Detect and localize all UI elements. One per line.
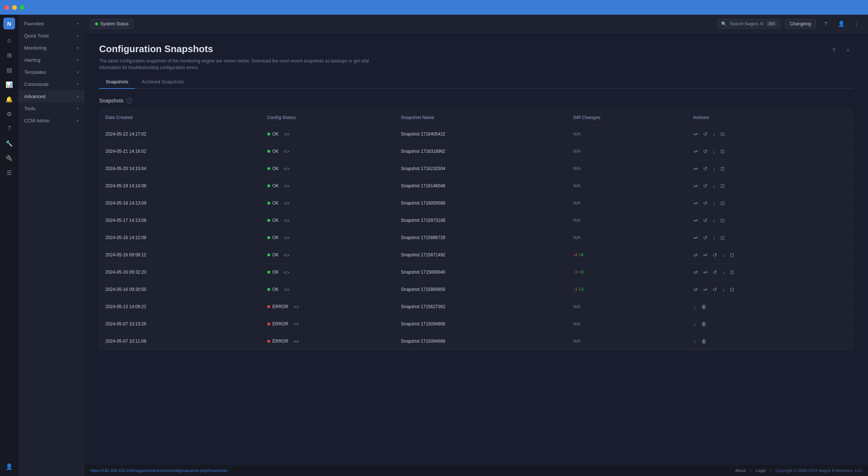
archive-icon-8[interactable]: ⊡: [729, 268, 735, 276]
sidebar-item-quick-tools[interactable]: Quick Tools ▾: [18, 30, 84, 42]
compare-icon-0[interactable]: ⇌: [693, 130, 699, 138]
sidebar-item-templates[interactable]: Templates ▾: [18, 66, 84, 78]
restore-icon-8[interactable]: ↺: [712, 268, 718, 276]
system-status-badge[interactable]: System Status: [90, 19, 133, 29]
download-icon-1[interactable]: ↓: [712, 148, 716, 155]
help-icon[interactable]: ?: [820, 18, 831, 29]
sidebar-item-tools[interactable]: Tools ▾: [18, 102, 84, 115]
compare-icon-5[interactable]: ⇌: [693, 217, 699, 224]
plugin-icon[interactable]: 🔌: [3, 151, 16, 165]
restore-icon-2[interactable]: ↺: [702, 165, 708, 172]
download-icon-12[interactable]: ↓: [693, 338, 697, 345]
user-icon[interactable]: 👤: [3, 460, 16, 473]
user-account-icon[interactable]: 👤: [836, 18, 847, 29]
code-icon-9[interactable]: <>: [284, 287, 289, 292]
code-icon-6[interactable]: <>: [284, 235, 289, 241]
page-help-button[interactable]: ?: [828, 45, 839, 56]
archive-icon-3[interactable]: ⊡: [720, 182, 726, 190]
restore-icon-1[interactable]: ↺: [702, 148, 708, 155]
delete-icon-11[interactable]: 🗑: [701, 320, 707, 328]
footer-about-link[interactable]: About: [735, 468, 746, 473]
restore-icon-6[interactable]: ↺: [702, 234, 708, 241]
download-icon-6[interactable]: ↓: [712, 234, 716, 241]
cell-date-8: 2024-05-16 09:32:20: [100, 264, 261, 281]
restore-icon-0[interactable]: ↺: [702, 130, 708, 138]
home-icon[interactable]: ⌂: [3, 34, 16, 47]
tab-snapshots[interactable]: Snapshots: [99, 75, 135, 89]
download-icon-10[interactable]: ↓: [693, 303, 697, 310]
download-icon-4[interactable]: ↓: [712, 199, 716, 207]
code-icon-7[interactable]: <>: [284, 252, 289, 258]
code-icon-3[interactable]: <>: [284, 183, 289, 189]
restore-icon-9[interactable]: ↺: [712, 286, 718, 293]
wrench-icon[interactable]: 🔧: [3, 137, 16, 150]
compare-icon-8[interactable]: ⇌: [702, 268, 708, 276]
download-icon-9[interactable]: ↓: [721, 286, 726, 293]
diff-icon-9[interactable]: ⇄: [693, 286, 699, 293]
restore-icon-4[interactable]: ↺: [702, 199, 708, 207]
minimize-traffic-light[interactable]: [12, 5, 17, 10]
download-icon-11[interactable]: ↓: [693, 320, 697, 328]
bell-icon[interactable]: 🔔: [3, 93, 16, 106]
download-icon-7[interactable]: ↓: [721, 251, 726, 259]
download-icon-0[interactable]: ↓: [712, 130, 716, 138]
archive-icon-2[interactable]: ⊡: [720, 165, 726, 172]
gear-icon[interactable]: ⚙: [3, 107, 16, 120]
compare-icon-1[interactable]: ⇌: [693, 148, 699, 155]
code-icon-11[interactable]: <>: [293, 321, 299, 327]
code-icon-10[interactable]: <>: [293, 304, 299, 310]
question-icon[interactable]: ?: [3, 122, 16, 135]
sidebar-item-advanced[interactable]: Advanced ▾: [18, 90, 84, 102]
page-favorite-button[interactable]: ☆: [842, 45, 853, 56]
close-traffic-light[interactable]: [4, 5, 9, 10]
layout-icon[interactable]: ▤: [3, 63, 16, 76]
changelog-button[interactable]: Changelog: [785, 19, 816, 29]
delete-icon-12[interactable]: 🗑: [701, 338, 707, 345]
sidebar-item-favorites[interactable]: Favorites ▾: [18, 18, 84, 30]
grid-icon[interactable]: ⊞: [3, 48, 16, 62]
sidebar-item-commands[interactable]: Commands ▾: [18, 78, 84, 90]
archive-icon-6[interactable]: ⊡: [720, 234, 726, 241]
code-icon-1[interactable]: <>: [284, 149, 289, 154]
download-icon-5[interactable]: ↓: [712, 217, 716, 224]
compare-icon-7[interactable]: ⇌: [702, 251, 708, 259]
diff-icon-7[interactable]: ⇄: [693, 251, 699, 259]
archive-icon-0[interactable]: ⊡: [720, 130, 726, 138]
download-icon-2[interactable]: ↓: [712, 165, 716, 172]
diff-icon-8[interactable]: ⇄: [693, 268, 699, 276]
restore-icon-3[interactable]: ↺: [702, 182, 708, 190]
archive-icon-5[interactable]: ⊡: [720, 217, 726, 224]
archive-icon-4[interactable]: ⊡: [720, 199, 726, 207]
code-icon-0[interactable]: <>: [284, 131, 289, 137]
archive-icon-1[interactable]: ⊡: [720, 148, 726, 155]
app-logo[interactable]: N: [3, 18, 15, 29]
sidebar-item-ccm-admin[interactable]: CCM Admin ▾: [18, 115, 84, 127]
archive-icon-7[interactable]: ⊡: [729, 251, 735, 259]
list-icon[interactable]: ☰: [3, 166, 16, 179]
search-box[interactable]: 🔍 Search Nagios XI ⌘K: [717, 19, 781, 29]
delete-icon-10[interactable]: 🗑: [701, 303, 707, 310]
code-icon-5[interactable]: <>: [284, 218, 289, 223]
download-icon-3[interactable]: ↓: [712, 182, 716, 190]
restore-icon-5[interactable]: ↺: [702, 217, 708, 224]
more-options-icon[interactable]: ⋮: [851, 18, 862, 29]
compare-icon-6[interactable]: ⇌: [693, 234, 699, 241]
compare-icon-9[interactable]: ⇌: [702, 286, 708, 293]
compare-icon-3[interactable]: ⇌: [693, 182, 699, 190]
code-icon-12[interactable]: <>: [293, 339, 299, 344]
restore-icon-7[interactable]: ↺: [712, 251, 718, 259]
sidebar-item-monitoring[interactable]: Monitoring ▾: [18, 42, 84, 54]
code-icon-4[interactable]: <>: [284, 201, 289, 206]
section-info-icon[interactable]: i: [126, 98, 132, 104]
download-icon-8[interactable]: ↓: [721, 268, 726, 276]
maximize-traffic-light[interactable]: [20, 5, 25, 10]
chart-icon[interactable]: 📊: [3, 78, 16, 91]
code-icon-2[interactable]: <>: [284, 166, 289, 172]
compare-icon-2[interactable]: ⇌: [693, 165, 699, 172]
compare-icon-4[interactable]: ⇌: [693, 199, 699, 207]
footer-legal-link[interactable]: Legal: [756, 468, 766, 473]
code-icon-8[interactable]: <>: [284, 270, 289, 275]
sidebar-item-alerting[interactable]: Alerting ▾: [18, 54, 84, 66]
archive-icon-9[interactable]: ⊡: [729, 286, 735, 293]
tab-archived-snapshots[interactable]: Archived Snapshots: [135, 75, 191, 89]
